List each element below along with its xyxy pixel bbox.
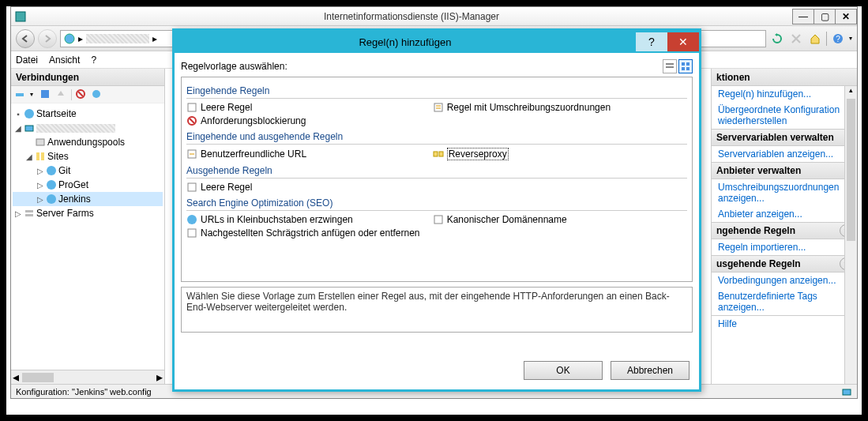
tree-serverfarms[interactable]: ▷Server Farms: [13, 206, 163, 220]
home-icon[interactable]: [807, 31, 823, 47]
action-help[interactable]: Hilfe: [712, 316, 857, 332]
template-lowercase[interactable]: URLs in Kleinbuchstaben erzwingen: [186, 214, 417, 225]
section-seo: Search Engine Optimization (SEO): [186, 196, 687, 211]
template-trailing-slash[interactable]: Nachgestellten Schrägstrich anfügen oder…: [186, 227, 667, 239]
action-providers-show[interactable]: Anbieter anzeigen...: [712, 206, 857, 222]
action-restore-parent[interactable]: Übergeordnete Konfiguration wiederherste…: [712, 102, 857, 129]
view-details-icon[interactable]: [663, 59, 677, 73]
status-icon: [841, 386, 852, 397]
ok-button[interactable]: OK: [524, 361, 603, 380]
actions-scrollbar[interactable]: ▴: [844, 86, 857, 384]
action-rewrite-maps[interactable]: Umschreibungszuordnungen anzeigen...: [712, 179, 857, 206]
section-inbound: Eingehende Regeln: [186, 84, 687, 99]
cancel-button[interactable]: Abbrechen: [611, 361, 690, 380]
connection-tree[interactable]: ▪Startseite ◢ Anwendungspools ◢Sites ▷Gi…: [11, 103, 164, 370]
maximize-button[interactable]: ▢: [814, 9, 836, 24]
svg-rect-30: [439, 152, 443, 156]
main-titlebar: Internetinformationsdienste (IIS)-Manage…: [11, 7, 857, 26]
view-icons-icon[interactable]: [678, 59, 693, 73]
svg-rect-26: [434, 103, 442, 111]
connect-icon[interactable]: [14, 88, 27, 101]
svg-point-8: [24, 109, 34, 118]
globe-icon: [64, 33, 75, 44]
svg-rect-0: [16, 12, 25, 21]
refresh-icon[interactable]: [769, 31, 785, 47]
svg-point-15: [47, 194, 56, 204]
svg-text:?: ?: [836, 35, 840, 43]
up-icon[interactable]: [55, 88, 68, 101]
template-blank-outbound[interactable]: Leere Regel: [186, 182, 417, 193]
stop-icon[interactable]: [788, 31, 804, 47]
action-head-providers: Anbieter verwalten: [712, 162, 857, 179]
template-rewrite-map[interactable]: Regel mit Umschreibungszuordnungen: [433, 102, 663, 113]
action-show-servervars[interactable]: Servervariablen anzeigen...: [712, 146, 857, 162]
template-reverse-proxy[interactable]: Reverseproxy: [433, 148, 663, 160]
svg-rect-4: [16, 93, 24, 96]
action-head-outbound: usgehende Regeln⌃: [712, 255, 857, 273]
svg-rect-16: [25, 210, 33, 212]
svg-rect-11: [36, 152, 39, 160]
template-canonical[interactable]: Kanonischer Domänenname: [433, 214, 663, 225]
tree-site-git[interactable]: ▷Git: [13, 164, 163, 178]
template-list[interactable]: Eingehende Regeln Leere Regel Regel mit …: [181, 77, 693, 282]
choose-template-label: Regelvorlage auswählen:: [181, 61, 287, 72]
action-custom-tags[interactable]: Benutzerdefinierte Tags anzeigen...: [712, 288, 857, 315]
add-rules-dialog: Regel(n) hinzufügen ? ✕ Regelvorlage aus…: [172, 28, 701, 392]
dialog-help-button[interactable]: ?: [636, 32, 667, 51]
menu-file[interactable]: Datei: [16, 55, 38, 66]
svg-rect-31: [188, 183, 196, 191]
svg-rect-34: [188, 229, 196, 237]
connections-panel: Verbindungen ▾ ▪Startseite ◢ Anwendungsp…: [11, 69, 165, 384]
close-button[interactable]: ✕: [835, 9, 857, 24]
minimize-button[interactable]: —: [792, 9, 814, 24]
dialog-close-button[interactable]: ✕: [667, 32, 699, 51]
template-request-blocking[interactable]: Anforderungsblockierung: [186, 115, 417, 126]
main-title: Internetinformationsdienste (IIS)-Manage…: [30, 11, 793, 22]
iis-app-icon: [14, 10, 27, 23]
svg-rect-17: [25, 214, 33, 216]
breadcrumb-sep: ▸: [78, 33, 83, 44]
tree-start[interactable]: ▪Startseite: [13, 107, 163, 121]
menu-help[interactable]: ?: [91, 55, 96, 66]
dialog-title: Regel(n) hinzufügen: [175, 36, 636, 48]
action-import-rules[interactable]: Regeln importieren...: [712, 239, 857, 255]
svg-rect-9: [25, 126, 33, 131]
actions-panel: ktionen Regel(n) hinzufügen... Übergeord…: [711, 69, 857, 384]
svg-rect-10: [36, 139, 44, 145]
back-button[interactable]: [16, 29, 35, 48]
section-inout: Eingehende und ausgehende Regeln: [186, 130, 687, 145]
tree-apppools[interactable]: Anwendungspools: [13, 135, 163, 149]
refresh-node-icon[interactable]: [91, 88, 103, 101]
svg-point-1: [65, 34, 74, 43]
save-icon[interactable]: [39, 88, 52, 101]
tree-sites[interactable]: ◢Sites: [13, 149, 163, 164]
action-add-rules[interactable]: Regel(n) hinzufügen...: [712, 86, 857, 102]
svg-rect-12: [41, 152, 44, 160]
forward-button[interactable]: [38, 29, 57, 48]
tree-server[interactable]: ◢: [13, 121, 163, 135]
template-blank-inbound[interactable]: Leere Regel: [186, 102, 417, 113]
dialog-titlebar: Regel(n) hinzufügen ? ✕: [175, 31, 699, 53]
status-text: Konfiguration: "Jenkins" web.config: [16, 387, 152, 397]
svg-point-32: [187, 215, 197, 224]
connections-toolbar: ▾: [11, 86, 164, 103]
svg-rect-19: [666, 63, 674, 65]
tree-site-proget[interactable]: ▷ProGet: [13, 178, 163, 192]
template-friendly-url[interactable]: Benutzerfreundliche URL: [186, 148, 417, 160]
action-preconds[interactable]: Vorbedingungen anzeigen...: [712, 273, 857, 288]
svg-point-7: [92, 90, 100, 98]
svg-rect-21: [682, 62, 685, 66]
menu-view[interactable]: Ansicht: [49, 55, 80, 66]
svg-rect-29: [434, 152, 438, 156]
svg-rect-24: [686, 67, 690, 70]
connections-header: Verbindungen: [11, 69, 164, 86]
actions-header: ktionen: [712, 69, 857, 86]
breadcrumb-blur: [86, 34, 149, 43]
tree-scrollbar[interactable]: ◂ ▸: [11, 370, 164, 384]
stop-node-icon[interactable]: [75, 88, 88, 101]
svg-point-14: [47, 180, 56, 190]
tree-site-jenkins[interactable]: ▷Jenkins: [13, 192, 163, 206]
svg-rect-18: [843, 389, 851, 395]
svg-rect-5: [41, 90, 49, 98]
help-dropdown-icon[interactable]: ?: [830, 31, 846, 47]
